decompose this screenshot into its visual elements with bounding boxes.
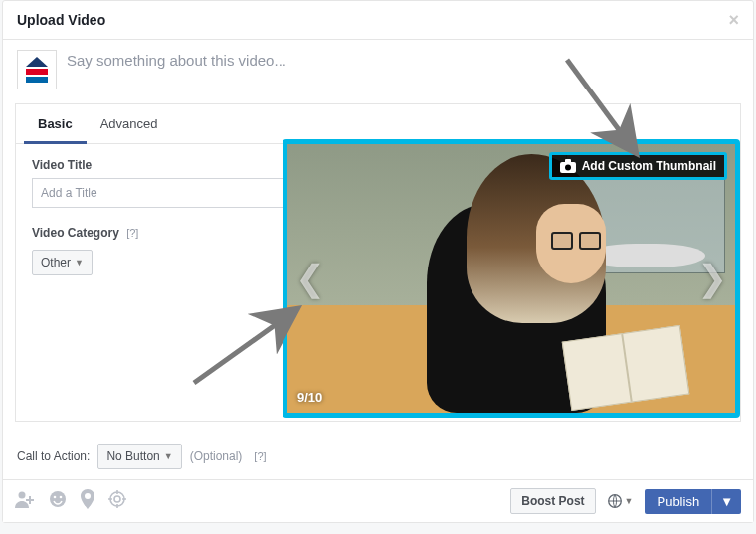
tag-people-icon[interactable]	[15, 490, 35, 513]
video-category-value: Other	[41, 256, 71, 269]
upload-video-dialog: Upload Video × Say something about this …	[2, 0, 754, 523]
cta-optional: (Optional)	[190, 449, 243, 463]
footer-actions: Boost Post ▼ Publish ▼	[510, 488, 741, 514]
publish-button[interactable]: Publish	[645, 489, 711, 514]
dialog-footer: Boost Post ▼ Publish ▼	[3, 479, 753, 522]
tabs: Basic Advanced	[16, 104, 740, 144]
page-avatar	[17, 50, 57, 89]
caption-input[interactable]: Say something about this video...	[67, 50, 286, 89]
camera-icon	[560, 159, 576, 173]
video-preview: ❮ ❯ Add Custom Thumbnail 9/10	[283, 139, 740, 418]
chevron-down-icon: ▼	[625, 496, 634, 506]
svg-marker-0	[26, 57, 48, 67]
svg-rect-2	[26, 77, 48, 83]
svg-point-11	[114, 496, 120, 502]
composer-tools	[15, 489, 126, 514]
add-custom-thumbnail-label: Add Custom Thumbnail	[582, 159, 716, 173]
chevron-down-icon: ▼	[164, 451, 173, 461]
body-panel: Basic Advanced Video Title Video Categor…	[15, 103, 741, 422]
audience-selector[interactable]: ▼	[604, 490, 638, 512]
tab-basic[interactable]: Basic	[24, 104, 87, 144]
publish-dropdown[interactable]: ▼	[711, 489, 741, 514]
prev-frame-arrow-icon[interactable]: ❮	[295, 258, 325, 299]
cta-label: Call to Action:	[17, 449, 90, 463]
globe-icon	[608, 494, 622, 508]
dialog-header: Upload Video ×	[3, 1, 753, 40]
boost-post-button[interactable]: Boost Post	[510, 488, 595, 514]
svg-point-10	[110, 492, 124, 506]
cta-value: No Button	[106, 449, 159, 463]
preview-image	[287, 144, 735, 413]
svg-rect-1	[26, 69, 48, 75]
next-frame-arrow-icon[interactable]: ❯	[697, 258, 727, 299]
svg-point-8	[54, 495, 57, 498]
add-custom-thumbnail-button[interactable]: Add Custom Thumbnail	[549, 152, 727, 180]
call-to-action-row: Call to Action: No Button ▼ (Optional) […	[3, 434, 753, 479]
tab-advanced[interactable]: Advanced	[87, 104, 172, 143]
dialog-title: Upload Video	[17, 12, 105, 28]
chevron-down-icon: ▼	[75, 258, 84, 267]
location-icon[interactable]	[81, 489, 94, 514]
cta-select[interactable]: No Button ▼	[97, 444, 181, 469]
cta-help-icon[interactable]: [?]	[254, 450, 266, 462]
emoji-icon[interactable]	[49, 490, 67, 513]
publish-button-group: Publish ▼	[645, 489, 741, 514]
caption-row: Say something about this video...	[3, 40, 753, 103]
svg-point-5	[565, 165, 571, 171]
svg-point-9	[60, 495, 63, 498]
page-logo-icon	[22, 55, 52, 85]
video-category-label-text: Video Category	[32, 226, 119, 240]
svg-point-6	[19, 491, 26, 498]
frame-count: 9/10	[297, 390, 322, 405]
category-help-icon[interactable]: [?]	[126, 227, 138, 239]
video-category-select[interactable]: Other ▼	[32, 250, 93, 275]
targeting-icon[interactable]	[108, 490, 126, 513]
svg-rect-4	[565, 159, 571, 163]
video-title-input[interactable]	[32, 178, 290, 208]
close-icon[interactable]: ×	[728, 11, 739, 29]
